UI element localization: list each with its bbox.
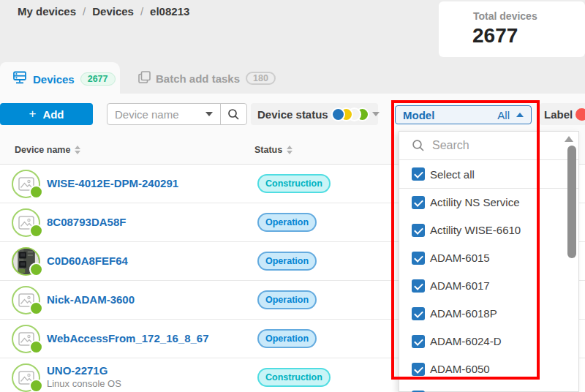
device-name-link[interactable]: C0D60A8FEF64 bbox=[47, 255, 128, 267]
label-color-dot bbox=[575, 108, 585, 121]
breadcrumb-item[interactable]: el08213 bbox=[150, 5, 189, 18]
plus-icon: + bbox=[29, 107, 36, 121]
total-devices-card: Total devices 2677 bbox=[439, 1, 585, 57]
label-filter[interactable]: Label bbox=[540, 103, 585, 125]
tab-devices[interactable]: Devices 2677 bbox=[0, 62, 120, 94]
tab-batch-count-badge: 180 bbox=[246, 72, 276, 85]
column-header-device-name[interactable]: Device name bbox=[15, 145, 80, 155]
online-status-dot bbox=[29, 379, 43, 392]
online-status-dot bbox=[29, 185, 43, 199]
status-dots bbox=[331, 108, 369, 121]
breadcrumb-item[interactable]: Devices bbox=[92, 5, 134, 18]
status-badge: Operation bbox=[257, 329, 317, 348]
tab-devices-count-badge: 2677 bbox=[80, 72, 116, 86]
tab-batch-add-tasks[interactable]: Batch add tasks 180 bbox=[138, 62, 276, 94]
breadcrumb-item[interactable]: My devices bbox=[18, 5, 76, 18]
status-badge: Construction bbox=[257, 368, 331, 387]
status-badge: Operation bbox=[257, 252, 317, 271]
device-name-link[interactable]: UNO-2271G bbox=[47, 364, 107, 377]
device-name-search-combo[interactable]: Device name bbox=[107, 103, 247, 125]
add-button-label: Add bbox=[42, 108, 64, 121]
breadcrumb-separator: / bbox=[83, 5, 86, 18]
status-dot bbox=[331, 108, 345, 121]
tab-batch-label: Batch add tasks bbox=[156, 72, 240, 85]
chevron-down-icon bbox=[372, 112, 380, 116]
scrollbar-thumb[interactable] bbox=[567, 146, 576, 258]
batch-tasks-icon bbox=[138, 71, 151, 86]
model-option[interactable]: ADAM-6051 bbox=[399, 383, 578, 392]
annotation-highlight-box bbox=[391, 100, 540, 380]
chevron-down-icon[interactable] bbox=[205, 112, 213, 116]
online-status-dot bbox=[29, 301, 43, 315]
online-status-dot bbox=[29, 224, 43, 238]
device-name-link[interactable]: WebAccessFrom_172_16_8_67 bbox=[47, 332, 209, 344]
device-name-link[interactable]: 8C08793DA58F bbox=[47, 216, 126, 228]
device-name-link[interactable]: WISE-4012E-DPM-240291 bbox=[47, 177, 178, 189]
breadcrumb-separator: / bbox=[140, 5, 143, 18]
sort-icon[interactable] bbox=[75, 146, 80, 154]
sort-icon[interactable] bbox=[287, 146, 292, 154]
column-header-status[interactable]: Status bbox=[254, 145, 292, 155]
device-status-filter[interactable]: Device status bbox=[251, 103, 378, 125]
device-subtitle: Linux console OS bbox=[47, 378, 121, 389]
online-status-dot bbox=[29, 340, 43, 354]
search-icon bbox=[227, 108, 240, 121]
add-button[interactable]: + Add bbox=[0, 103, 93, 125]
scroll-up-icon[interactable] bbox=[565, 136, 573, 142]
tab-devices-label: Devices bbox=[33, 73, 75, 86]
devices-icon bbox=[12, 70, 27, 88]
total-devices-value: 2677 bbox=[472, 24, 518, 48]
status-badge: Operation bbox=[257, 213, 317, 232]
search-button[interactable] bbox=[221, 108, 246, 121]
online-status-dot bbox=[29, 263, 43, 276]
total-devices-label: Total devices bbox=[473, 10, 537, 22]
label-filter-label: Label bbox=[544, 108, 573, 121]
device-status-label: Device status bbox=[257, 108, 328, 121]
device-name-link[interactable]: Nick-ADAM-3600 bbox=[47, 293, 135, 306]
breadcrumb: My devices/Devices/el08213 bbox=[18, 5, 189, 18]
device-name-input[interactable]: Device name bbox=[115, 108, 205, 121]
status-badge: Operation bbox=[257, 290, 317, 309]
status-badge: Construction bbox=[257, 174, 331, 193]
